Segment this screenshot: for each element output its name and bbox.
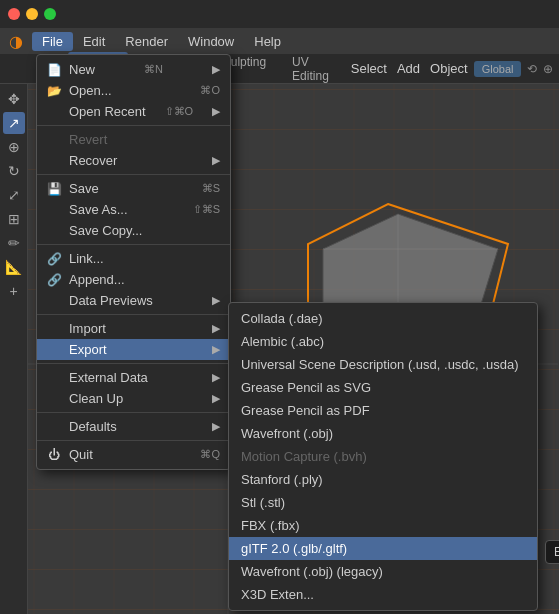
menu-item-revert: Revert bbox=[37, 129, 230, 150]
title-bar bbox=[0, 0, 559, 28]
menu-item-append[interactable]: 🔗 Append... bbox=[37, 269, 230, 290]
blender-logo: ◑ bbox=[4, 30, 28, 52]
new-icon: 📄 bbox=[45, 63, 63, 77]
menu-item-external-data[interactable]: External Data ▶ bbox=[37, 367, 230, 388]
sidebar-rotate[interactable]: ↻ bbox=[3, 160, 25, 182]
export-fbx[interactable]: FBX (.fbx) bbox=[229, 514, 537, 537]
select-label: Select bbox=[351, 61, 387, 76]
export-usd[interactable]: Universal Scene Description (.usd, .usdc… bbox=[229, 353, 537, 376]
menu-item-save-as[interactable]: Save As... ⇧⌘S bbox=[37, 199, 230, 220]
menu-item-defaults[interactable]: Defaults ▶ bbox=[37, 416, 230, 437]
link-icon: 🔗 bbox=[45, 252, 63, 266]
sidebar-select[interactable]: ↗ bbox=[3, 112, 25, 134]
open-recent-shortcut: ⇧⌘O bbox=[165, 105, 194, 118]
defaults-arrow: ▶ bbox=[212, 420, 220, 433]
transform-icon: ⟲ bbox=[527, 62, 537, 76]
quit-icon: ⏻ bbox=[45, 448, 63, 462]
divider-1 bbox=[37, 125, 230, 126]
export-arrow: ▶ bbox=[212, 343, 220, 356]
menu-item-recover[interactable]: Recover ▶ bbox=[37, 150, 230, 171]
menu-item-import[interactable]: Import ▶ bbox=[37, 318, 230, 339]
data-previews-arrow: ▶ bbox=[212, 294, 220, 307]
export-wavefront-legacy[interactable]: Wavefront (.obj) (legacy) bbox=[229, 560, 537, 583]
export-gltf[interactable]: gITF 2.0 (.glb/.gltf) Export scene as gI… bbox=[229, 537, 537, 560]
object-label: Object bbox=[430, 61, 468, 76]
left-sidebar: ✥ ↗ ⊕ ↻ ⤢ ⊞ ✏ 📐 + bbox=[0, 84, 28, 614]
external-data-arrow: ▶ bbox=[212, 371, 220, 384]
maximize-button[interactable] bbox=[44, 8, 56, 20]
tab-uv-editing[interactable]: UV Editing bbox=[280, 52, 341, 86]
sidebar-add[interactable]: + bbox=[3, 280, 25, 302]
open-icon: 📂 bbox=[45, 84, 63, 98]
snap-icon: ⊕ bbox=[543, 62, 553, 76]
export-stanford-ply[interactable]: Stanford (.ply) bbox=[229, 468, 537, 491]
export-submenu: Collada (.dae) Alembic (.abc) Universal … bbox=[228, 302, 538, 611]
divider-4 bbox=[37, 314, 230, 315]
divider-7 bbox=[37, 440, 230, 441]
divider-3 bbox=[37, 244, 230, 245]
divider-6 bbox=[37, 412, 230, 413]
save-as-shortcut: ⇧⌘S bbox=[193, 203, 220, 216]
sidebar-scale[interactable]: ⤢ bbox=[3, 184, 25, 206]
close-button[interactable] bbox=[8, 8, 20, 20]
import-arrow: ▶ bbox=[212, 322, 220, 335]
menu-edit[interactable]: Edit bbox=[73, 32, 115, 51]
menu-item-export[interactable]: Export ▶ bbox=[37, 339, 230, 360]
export-motion-capture: Motion Capture (.bvh) bbox=[229, 445, 537, 468]
menu-item-link[interactable]: 🔗 Link... bbox=[37, 248, 230, 269]
menu-item-open-recent[interactable]: Open Recent ⇧⌘O ▶ bbox=[37, 101, 230, 122]
sidebar-cursor[interactable]: ✥ bbox=[3, 88, 25, 110]
menu-window[interactable]: Window bbox=[178, 32, 244, 51]
add-label: Add bbox=[397, 61, 420, 76]
open-recent-arrow: ▶ bbox=[212, 105, 220, 118]
menu-item-quit[interactable]: ⏻ Quit ⌘Q bbox=[37, 444, 230, 465]
open-shortcut: ⌘O bbox=[200, 84, 220, 97]
sidebar-transform[interactable]: ⊞ bbox=[3, 208, 25, 230]
export-grease-svg[interactable]: Grease Pencil as SVG bbox=[229, 376, 537, 399]
menu-item-save-copy[interactable]: Save Copy... bbox=[37, 220, 230, 241]
menu-render[interactable]: Render bbox=[115, 32, 178, 51]
toolbar-right: Select Add Object Global ⟲ ⊕ bbox=[347, 61, 554, 77]
save-shortcut: ⌘S bbox=[202, 182, 220, 195]
sidebar-annotate[interactable]: ✏ bbox=[3, 232, 25, 254]
export-collada[interactable]: Collada (.dae) bbox=[229, 307, 537, 330]
sidebar-move[interactable]: ⊕ bbox=[3, 136, 25, 158]
divider-5 bbox=[37, 363, 230, 364]
clean-up-arrow: ▶ bbox=[212, 392, 220, 405]
export-stl[interactable]: Stl (.stl) bbox=[229, 491, 537, 514]
new-arrow: ▶ bbox=[212, 63, 220, 76]
menu-bar: ◑ File Edit Render Window Help bbox=[0, 28, 559, 54]
divider-2 bbox=[37, 174, 230, 175]
append-icon: 🔗 bbox=[45, 273, 63, 287]
export-wavefront-obj[interactable]: Wavefront (.obj) bbox=[229, 422, 537, 445]
file-menu-dropdown: 📄 New ⌘N ▶ 📂 Open... ⌘O Open Recent ⇧⌘O … bbox=[36, 54, 231, 470]
menu-help[interactable]: Help bbox=[244, 32, 291, 51]
save-icon: 💾 bbox=[45, 182, 63, 196]
menu-item-clean-up[interactable]: Clean Up ▶ bbox=[37, 388, 230, 409]
export-x3d[interactable]: X3D Exten... bbox=[229, 583, 537, 606]
menu-file[interactable]: File bbox=[32, 32, 73, 51]
recover-arrow: ▶ bbox=[212, 154, 220, 167]
minimize-button[interactable] bbox=[26, 8, 38, 20]
global-dropdown[interactable]: Global bbox=[474, 61, 522, 77]
menu-item-open[interactable]: 📂 Open... ⌘O bbox=[37, 80, 230, 101]
menu-item-new[interactable]: 📄 New ⌘N ▶ bbox=[37, 59, 230, 80]
sidebar-measure[interactable]: 📐 bbox=[3, 256, 25, 278]
menu-item-save[interactable]: 💾 Save ⌘S bbox=[37, 178, 230, 199]
quit-shortcut: ⌘Q bbox=[200, 448, 220, 461]
export-alembic[interactable]: Alembic (.abc) bbox=[229, 330, 537, 353]
menu-item-data-previews[interactable]: Data Previews ▶ bbox=[37, 290, 230, 311]
export-grease-pdf[interactable]: Grease Pencil as PDF bbox=[229, 399, 537, 422]
new-shortcut: ⌘N bbox=[144, 63, 163, 76]
